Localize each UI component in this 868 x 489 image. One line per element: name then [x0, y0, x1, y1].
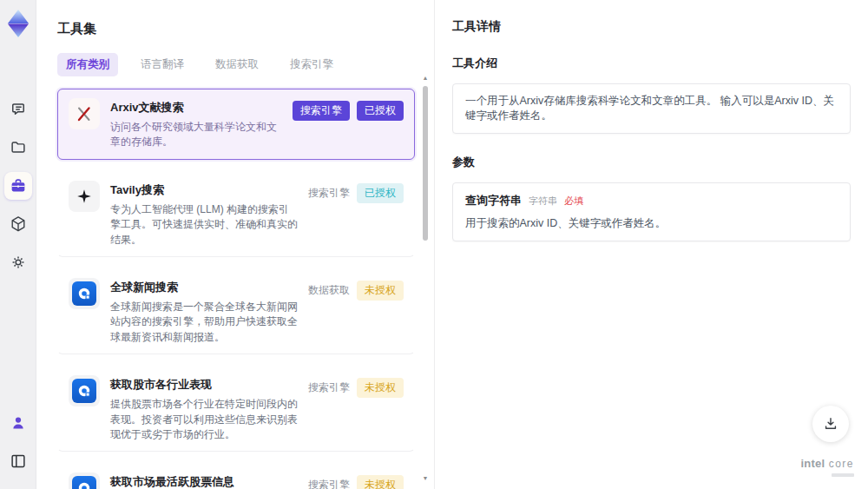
tool-card-arxiv[interactable]: Arxiv文献搜索 访问各个研究领域大量科学论文和文章的存储库。 搜索引擎 已授…	[57, 89, 415, 160]
tool-card-tavily[interactable]: Tavily搜索 专为人工智能代理 (LLM) 构建的搜索引擎工具。可快速提供实…	[57, 171, 415, 257]
category-tabs: 所有类别 语言翻译 数据获取 搜索引擎	[57, 53, 413, 76]
category-badge: 搜索引擎	[308, 475, 350, 489]
tool-name: Arxiv文献搜索	[110, 100, 282, 116]
tool-list-scrollbar[interactable]: ▲ ▼	[421, 75, 430, 482]
tool-intro-text: 一个用于从Arxiv存储库搜索科学论文和文章的工具。 输入可以是Arxiv ID…	[465, 95, 834, 122]
sidebar-item-settings[interactable]	[4, 248, 32, 276]
auth-status-badge: 未授权	[357, 475, 404, 489]
sidebar-item-tools[interactable]	[4, 172, 32, 200]
tab-search-engine[interactable]: 搜索引擎	[281, 53, 342, 76]
tool-name: 获取股市各行业表现	[110, 377, 298, 393]
briefcase-icon	[9, 176, 28, 195]
param-required-flag: 必填	[564, 195, 583, 208]
blue-app-icon	[69, 472, 100, 489]
tool-name: 全球新闻搜索	[110, 280, 298, 295]
tool-name: 获取市场最活跃股票信息	[110, 474, 298, 489]
tavily-star-icon	[69, 181, 100, 212]
user-avatar-icon	[9, 413, 28, 433]
app-logo	[5, 9, 31, 38]
blue-app-icon	[69, 375, 100, 406]
icon-rail	[0, 0, 36, 489]
tool-list: Arxiv文献搜索 访问各个研究领域大量科学论文和文章的存储库。 搜索引擎 已授…	[57, 89, 415, 489]
intel-core-logo: intel core	[800, 455, 854, 477]
tool-card-global-news[interactable]: 全球新闻搜索 全球新闻搜索是一个聚合全球各大新闻网站内容的搜索引擎，帮助用户快速…	[57, 268, 415, 354]
tab-data-fetch[interactable]: 数据获取	[207, 53, 267, 76]
category-badge: 搜索引擎	[293, 101, 350, 121]
scroll-up-arrow[interactable]: ▲	[421, 75, 430, 82]
param-description: 用于搜索的Arxiv ID、关键字或作者姓名。	[465, 216, 838, 231]
intro-heading: 工具介绍	[452, 56, 851, 71]
tool-card-active-stocks[interactable]: 获取市场最活跃股票信息 提供当天交易量最高的股票列表，投资者可以利用这些信息来识…	[57, 463, 415, 489]
tool-description: 提供股票市场各个行业在特定时间段内的表现。投资者可以利用这些信息来识别表现优于或…	[110, 397, 298, 442]
param-name: 查询字符串	[465, 193, 522, 208]
tool-name: Tavily搜索	[110, 182, 298, 198]
scrollbar-thumb[interactable]	[423, 86, 428, 241]
page-title: 工具集	[57, 21, 413, 37]
blue-app-icon	[69, 278, 100, 309]
sidebar-item-account[interactable]	[4, 409, 32, 437]
brand-underline	[832, 473, 854, 477]
folder-icon	[9, 138, 28, 157]
tool-card-stock-sectors[interactable]: 获取股市各行业表现 提供股票市场各个行业在特定时间段内的表现。投资者可以利用这些…	[57, 366, 415, 452]
panel-layout-icon	[9, 452, 28, 471]
tool-details-panel: 工具详情 工具介绍 一个用于从Arxiv存储库搜索科学论文和文章的工具。 输入可…	[434, 0, 868, 489]
gear-icon	[9, 253, 28, 272]
sidebar-item-chat[interactable]	[4, 96, 32, 123]
auth-status-badge: 未授权	[357, 378, 404, 398]
param-type: 字符串	[529, 195, 557, 208]
sidebar-item-plugins[interactable]	[4, 210, 32, 238]
tab-translation[interactable]: 语言翻译	[132, 53, 193, 76]
tool-description: 全球新闻搜索是一个聚合全球各大新闻网站内容的搜索引擎，帮助用户快速获取全球最新资…	[110, 300, 298, 345]
tool-description: 访问各个研究领域大量科学论文和文章的存储库。	[110, 120, 282, 150]
category-badge: 搜索引擎	[308, 183, 350, 203]
tool-intro-box: 一个用于从Arxiv存储库搜索科学论文和文章的工具。 输入可以是Arxiv ID…	[452, 83, 851, 134]
diamond-gem-icon	[5, 9, 31, 38]
sidebar-item-files[interactable]	[4, 134, 32, 162]
auth-status-badge: 已授权	[357, 183, 404, 203]
category-badge: 数据获取	[308, 281, 350, 301]
param-box: 查询字符串 字符串 必填 用于搜索的Arxiv ID、关键字或作者姓名。	[452, 182, 851, 241]
brand-intel: intel	[800, 457, 825, 470]
sidebar-item-collapse[interactable]	[4, 447, 32, 475]
params-heading: 参数	[452, 155, 851, 170]
chat-icon	[9, 100, 28, 119]
auth-status-badge: 未授权	[357, 281, 404, 301]
download-button[interactable]	[812, 406, 849, 442]
scroll-down-arrow[interactable]: ▼	[421, 475, 430, 482]
cube-icon	[9, 215, 28, 234]
category-badge: 搜索引擎	[308, 378, 350, 398]
brand-core: core	[829, 458, 854, 470]
tool-description: 专为人工智能代理 (LLM) 构建的搜索引擎工具。可快速提供实时、准确和真实的结…	[110, 202, 298, 248]
download-icon	[822, 415, 839, 433]
details-title: 工具详情	[452, 19, 851, 35]
tab-all-categories[interactable]: 所有类别	[57, 53, 118, 76]
arxiv-x-icon	[69, 98, 100, 129]
auth-status-badge: 已授权	[357, 101, 404, 121]
tools-panel: 工具集 所有类别 语言翻译 数据获取 搜索引擎 Arxiv文献搜索 访问各个研究…	[36, 0, 434, 489]
